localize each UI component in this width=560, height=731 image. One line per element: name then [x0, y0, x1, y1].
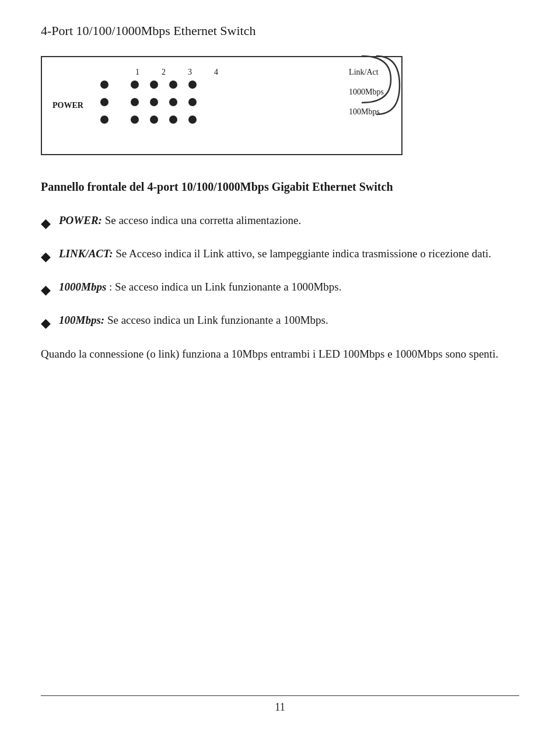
bullet-text-1000: 1000Mbps : Se acceso indica un Link funz… — [59, 279, 341, 296]
led-2-100 — [150, 116, 158, 124]
bullet-text-linkact: LINK/ACT: Se Acceso indica il Link attiv… — [59, 246, 491, 263]
port-2-label: 2 — [162, 68, 166, 77]
cable-decoration — [344, 50, 402, 161]
led-1-1000 — [131, 98, 139, 106]
led-4-1000 — [188, 98, 197, 106]
power-label: POWER — [52, 101, 83, 110]
page-container: 4-Port 10/100/1000Mbps Ethernet Switch P… — [0, 0, 560, 731]
term-100: 100Mbps: — [59, 314, 104, 326]
desc-power: Se acceso indica una corretta alimentazi… — [102, 214, 301, 226]
term-1000: 1000Mbps — [59, 281, 106, 293]
led-3-100 — [169, 116, 177, 124]
bullet-item-100: ◆ 100Mbps: Se acceso indica un Link funz… — [41, 312, 519, 333]
power-dot-3 — [100, 116, 108, 124]
desc-1000: : Se acceso indica un Link funzionante a… — [106, 281, 341, 293]
final-paragraph: Quando la connessione (o link) funziona … — [41, 345, 519, 363]
port-4-label: 4 — [214, 68, 218, 77]
bullet-item-power: ◆ POWER: Se acceso indica una corretta a… — [41, 212, 519, 233]
term-linkact: LINK/ACT: — [59, 247, 113, 260]
led-4-linkact — [188, 81, 197, 89]
diamond-icon-4: ◆ — [41, 313, 51, 333]
leds-area — [100, 81, 208, 124]
bullet-item-linkact: ◆ LINK/ACT: Se Acceso indica il Link att… — [41, 246, 519, 266]
port-3-label: 3 — [188, 68, 192, 77]
bullet-item-1000: ◆ 1000Mbps : Se acceso indica un Link fu… — [41, 279, 519, 299]
bullet-text-100: 100Mbps: Se acceso indica un Link funzio… — [59, 312, 328, 329]
term-power: POWER: — [59, 214, 102, 226]
led-2-linkact — [150, 81, 158, 89]
desc-linkact: Se Acceso indica il Link attivo, se lamp… — [113, 247, 491, 260]
section-heading: Pannello frontale del 4-port 10/100/1000… — [41, 179, 519, 195]
bullet-list: ◆ POWER: Se acceso indica una corretta a… — [41, 212, 519, 333]
leds-row-3 — [100, 116, 208, 124]
diamond-icon-2: ◆ — [41, 247, 51, 266]
leds-row-1 — [100, 81, 208, 89]
port-numbers: 1 2 3 4 — [135, 68, 218, 77]
bullet-text-power: POWER: Se acceso indica una corretta ali… — [59, 212, 301, 229]
power-dot-2 — [100, 98, 108, 106]
leds-row-2 — [100, 98, 208, 106]
led-2-1000 — [150, 98, 158, 106]
page-title: 4-Port 10/100/1000Mbps Ethernet Switch — [41, 23, 519, 39]
led-3-1000 — [169, 98, 177, 106]
desc-100: Se acceso indica un Link funzionante a 1… — [104, 314, 328, 326]
led-1-100 — [131, 116, 139, 124]
diamond-icon-3: ◆ — [41, 280, 51, 299]
diamond-icon-1: ◆ — [41, 214, 51, 233]
port-1-label: 1 — [135, 68, 139, 77]
bottom-divider — [41, 695, 519, 696]
led-4-100 — [188, 116, 197, 124]
led-3-linkact — [169, 81, 177, 89]
page-number: 11 — [275, 701, 285, 713]
led-1-linkact — [131, 81, 139, 89]
power-dot — [100, 81, 108, 89]
